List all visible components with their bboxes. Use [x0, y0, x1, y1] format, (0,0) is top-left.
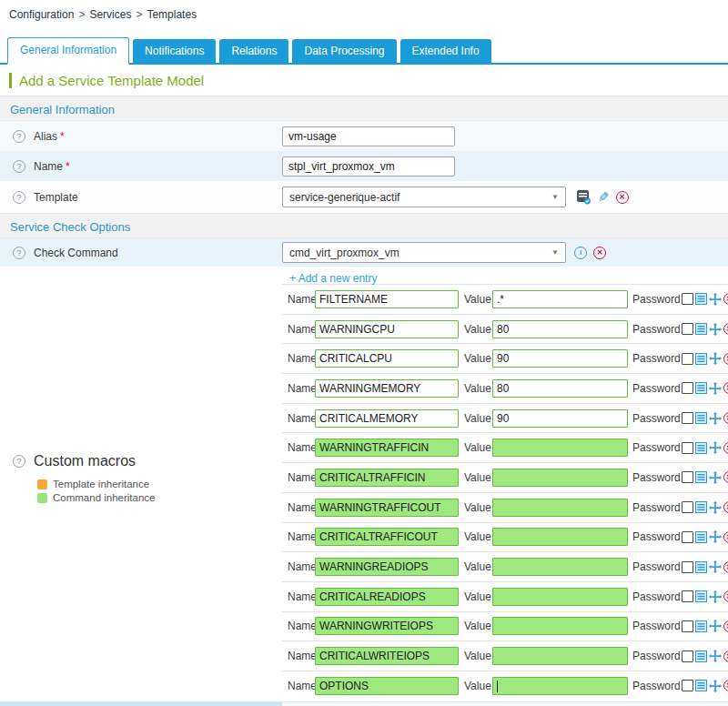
- macro-delete-icon[interactable]: ✕: [723, 442, 728, 454]
- macro-password-checkbox[interactable]: [682, 680, 693, 691]
- alias-input[interactable]: vm-usage: [282, 126, 455, 146]
- macro-password-checkbox[interactable]: [682, 412, 693, 424]
- macro-password-checkbox[interactable]: [682, 590, 693, 602]
- macro-delete-icon[interactable]: ✕: [723, 293, 728, 305]
- macro-name-input[interactable]: WARNINGMEMORY: [315, 379, 459, 398]
- macro-value-input[interactable]: [492, 588, 628, 606]
- macro-delete-icon[interactable]: ✕: [723, 680, 728, 691]
- macro-password-checkbox[interactable]: [682, 531, 693, 543]
- macro-password-checkbox[interactable]: [682, 353, 693, 365]
- check-command-select[interactable]: cmd_virt_proxmox_vm ▼: [282, 242, 566, 263]
- macro-value-input[interactable]: 80: [492, 320, 628, 338]
- tab-extended-info[interactable]: Extended Info: [400, 39, 491, 63]
- macro-description-icon[interactable]: [695, 620, 707, 632]
- macro-move-icon[interactable]: [709, 441, 722, 454]
- macro-move-icon[interactable]: [709, 590, 722, 603]
- macro-move-icon[interactable]: [709, 471, 722, 484]
- macro-move-icon[interactable]: [709, 620, 722, 632]
- macro-delete-icon[interactable]: ✕: [723, 412, 728, 424]
- macro-password-checkbox[interactable]: [682, 323, 693, 335]
- macro-description-icon[interactable]: [695, 293, 707, 305]
- macro-value-input[interactable]: .*: [492, 290, 628, 308]
- breadcrumb-item-templates[interactable]: Templates: [147, 8, 197, 21]
- macro-description-icon[interactable]: [695, 501, 707, 513]
- macro-move-icon[interactable]: [709, 382, 722, 395]
- breadcrumb-item-configuration[interactable]: Configuration: [9, 8, 74, 21]
- macro-delete-icon[interactable]: ✕: [723, 382, 728, 394]
- macro-description-icon[interactable]: [695, 561, 707, 573]
- macro-description-icon[interactable]: [695, 412, 707, 424]
- macro-delete-icon[interactable]: ✕: [723, 561, 728, 573]
- macro-value-input[interactable]: [492, 528, 628, 546]
- macro-description-icon[interactable]: [695, 531, 707, 543]
- macro-password-checkbox[interactable]: [682, 561, 693, 573]
- macro-description-icon[interactable]: [695, 442, 707, 454]
- macro-value-input[interactable]: [492, 558, 628, 576]
- name-input[interactable]: stpl_virt_proxmox_vm: [282, 156, 455, 176]
- macro-move-icon[interactable]: [709, 560, 722, 573]
- macro-delete-icon[interactable]: ✕: [723, 501, 728, 513]
- macro-delete-icon[interactable]: ✕: [723, 590, 728, 602]
- clear-selection-icon[interactable]: ✕: [593, 247, 606, 259]
- macro-delete-icon[interactable]: ✕: [723, 531, 728, 543]
- macro-name-input[interactable]: WARNINGWRITEIOPS: [315, 617, 459, 635]
- macro-password-checkbox[interactable]: [682, 442, 693, 454]
- view-template-hierarchy-icon[interactable]: [576, 189, 592, 205]
- edit-icon[interactable]: ✎: [598, 190, 610, 204]
- macro-description-icon[interactable]: [695, 680, 707, 691]
- macro-password-checkbox[interactable]: [682, 293, 693, 305]
- macro-name-input[interactable]: WARNINGREADIOPS: [315, 558, 459, 576]
- macro-delete-icon[interactable]: ✕: [723, 323, 728, 335]
- macro-value-input[interactable]: 90: [492, 409, 628, 428]
- macro-name-input[interactable]: FILTERNAME: [315, 290, 459, 308]
- help-icon[interactable]: ?: [13, 247, 25, 259]
- help-icon[interactable]: ?: [13, 130, 25, 143]
- tab-relations[interactable]: Relations: [219, 39, 288, 63]
- clear-selection-icon[interactable]: ✕: [616, 191, 629, 204]
- macro-move-icon[interactable]: [709, 293, 722, 306]
- macro-description-icon[interactable]: [695, 471, 707, 483]
- macro-value-input[interactable]: 90: [492, 349, 628, 368]
- macro-description-icon[interactable]: [695, 353, 707, 365]
- macro-name-input[interactable]: CRITICALMEMORY: [315, 409, 459, 428]
- macro-move-icon[interactable]: [709, 501, 722, 514]
- macro-move-icon[interactable]: [709, 352, 722, 365]
- macro-delete-icon[interactable]: ✕: [723, 620, 728, 632]
- macro-name-input[interactable]: WARNINGCPU: [315, 320, 459, 338]
- macro-description-icon[interactable]: [695, 651, 707, 662]
- info-icon[interactable]: i: [574, 247, 587, 259]
- macro-description-icon[interactable]: [695, 323, 707, 335]
- macro-move-icon[interactable]: [709, 680, 722, 692]
- macro-value-input[interactable]: [492, 469, 628, 487]
- macro-move-icon[interactable]: [709, 412, 722, 425]
- macro-name-input[interactable]: CRITICALWRITEIOPS: [315, 647, 459, 665]
- macro-name-input[interactable]: WARNINGTRAFFICIN: [315, 439, 459, 457]
- macro-password-checkbox[interactable]: [682, 620, 693, 632]
- macro-name-input[interactable]: OPTIONS: [315, 677, 459, 695]
- tab-general-information[interactable]: General Information: [7, 37, 129, 65]
- tab-data-processing[interactable]: Data Processing: [292, 39, 396, 63]
- breadcrumb-item-services[interactable]: Services: [89, 8, 131, 21]
- macro-move-icon[interactable]: [709, 323, 722, 336]
- macro-password-checkbox[interactable]: [682, 501, 693, 513]
- template-select[interactable]: service-generique-actif ▼: [282, 187, 566, 207]
- macro-move-icon[interactable]: [709, 650, 722, 662]
- help-icon[interactable]: ?: [13, 191, 25, 204]
- macro-value-input[interactable]: 80: [492, 379, 628, 398]
- macro-password-checkbox[interactable]: [682, 651, 693, 662]
- tab-notifications[interactable]: Notifications: [133, 39, 216, 63]
- help-icon[interactable]: ?: [13, 455, 25, 468]
- macro-name-input[interactable]: CRITICALTRAFFICIN: [315, 469, 459, 487]
- macro-password-checkbox[interactable]: [682, 382, 693, 394]
- help-icon[interactable]: ?: [13, 160, 25, 173]
- macro-move-icon[interactable]: [709, 530, 722, 543]
- macro-value-input[interactable]: [492, 439, 628, 457]
- macro-name-input[interactable]: WARNINGTRAFFICOUT: [315, 499, 459, 517]
- macro-description-icon[interactable]: [695, 382, 707, 394]
- macro-value-input[interactable]: [492, 617, 628, 635]
- macro-password-checkbox[interactable]: [682, 471, 693, 483]
- macro-delete-icon[interactable]: ✕: [723, 651, 728, 662]
- macro-value-input[interactable]: [492, 647, 628, 665]
- macro-delete-icon[interactable]: ✕: [723, 471, 728, 483]
- macro-name-input[interactable]: CRITICALTRAFFICOUT: [315, 528, 459, 546]
